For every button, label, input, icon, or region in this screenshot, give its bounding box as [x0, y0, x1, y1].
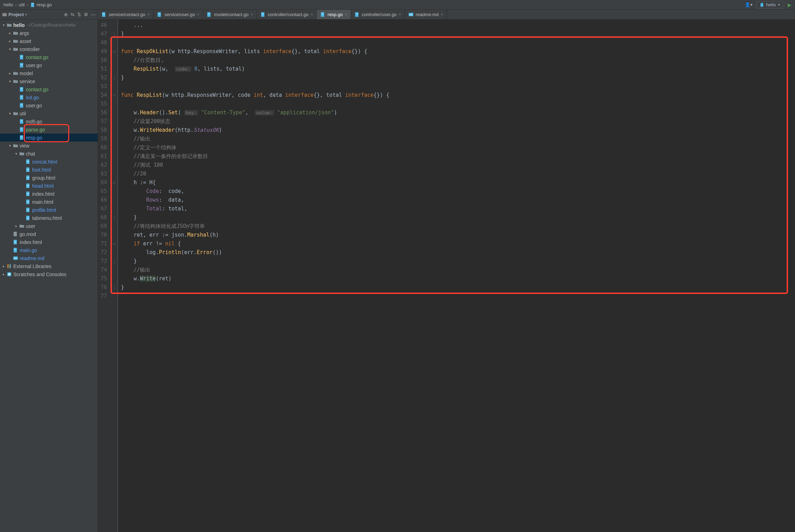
code-line[interactable]: //定义一个结构体: [121, 143, 389, 152]
run-config-selector[interactable]: hello ▾: [756, 1, 784, 8]
editor-tab[interactable]: controller/user.go×: [351, 10, 405, 19]
tree-row[interactable]: contact.go: [0, 85, 98, 93]
fold-marker[interactable]: ⌋: [111, 30, 117, 38]
tree-row[interactable]: Hgroup.html: [0, 174, 98, 182]
code-line[interactable]: [121, 82, 389, 91]
fold-marker[interactable]: [111, 274, 117, 283]
chevron-right-icon[interactable]: ▸: [1, 271, 6, 278]
fold-marker[interactable]: ⌋: [111, 213, 117, 222]
code-line[interactable]: ret, err := json.Marshal(h): [121, 231, 389, 239]
chevron-down-icon[interactable]: ▾: [1, 21, 6, 29]
code-line[interactable]: func RespOkList(w http.ResponseWriter, l…: [121, 47, 389, 56]
chevron-right-icon[interactable]: ▸: [8, 70, 12, 77]
close-icon[interactable]: ×: [311, 12, 313, 16]
code-line[interactable]: [121, 100, 389, 108]
code-line[interactable]: RespList(w, code: 0, lists, total): [121, 65, 389, 73]
code-line[interactable]: }: [121, 73, 389, 82]
target-icon[interactable]: ⊕: [64, 12, 68, 17]
tree-row[interactable]: Hmain.html: [0, 198, 98, 206]
chevron-down-icon[interactable]: ▾: [8, 110, 12, 117]
code-line[interactable]: //分页数目,: [121, 56, 389, 65]
fold-marker[interactable]: [111, 196, 117, 204]
fold-marker[interactable]: ⊟: [111, 239, 117, 248]
project-tree[interactable]: ▾hello~/Code/goRoot/src/hello▸args▸asset…: [0, 20, 98, 532]
fold-marker[interactable]: [111, 38, 117, 47]
fold-marker[interactable]: [111, 117, 117, 126]
tree-row[interactable]: go.mod: [0, 230, 98, 238]
tree-row[interactable]: contact.go: [0, 53, 98, 61]
fold-marker[interactable]: [111, 204, 117, 213]
code-line[interactable]: ...: [121, 21, 389, 30]
tree-row[interactable]: ▾view: [0, 142, 98, 150]
code-line[interactable]: }: [121, 30, 389, 38]
code-content[interactable]: ...} func RespOkList(w http.ResponseWrit…: [117, 20, 389, 532]
code-line[interactable]: //输出: [121, 266, 389, 274]
code-line[interactable]: //20: [121, 170, 389, 178]
close-icon[interactable]: ×: [441, 12, 443, 16]
chevron-right-icon[interactable]: ▸: [14, 222, 18, 230]
fold-marker[interactable]: ⌋: [111, 257, 117, 266]
code-line[interactable]: }: [121, 257, 389, 266]
fold-marker[interactable]: [111, 266, 117, 274]
tree-row[interactable]: Hprofile.html: [0, 206, 98, 214]
fold-marker[interactable]: [111, 152, 117, 161]
fold-marker[interactable]: [111, 65, 117, 73]
hide-icon[interactable]: —: [91, 12, 95, 17]
fold-marker[interactable]: [111, 108, 117, 117]
code-line[interactable]: //满足某一条件的全部记录数目: [121, 152, 389, 161]
adjust-icon[interactable]: ⇅: [77, 12, 81, 17]
tree-row[interactable]: ▸asset: [0, 37, 98, 45]
breadcrumb-root[interactable]: hello: [3, 2, 13, 7]
code-line[interactable]: if err != nil {: [121, 239, 389, 248]
fold-marker[interactable]: ⊟: [111, 91, 117, 100]
code-line[interactable]: //输出: [121, 135, 389, 143]
fold-marker[interactable]: [111, 100, 117, 108]
editor-tab[interactable]: service/user.go×: [153, 10, 203, 19]
close-icon[interactable]: ×: [399, 12, 401, 16]
code-line[interactable]: }: [121, 283, 389, 292]
tree-row[interactable]: ▾util: [0, 109, 98, 117]
fold-marker[interactable]: [111, 82, 117, 91]
fold-gutter[interactable]: ⌋⊟⌋⊟⊟⌋⊟⌋⌋: [111, 20, 117, 532]
editor-tab[interactable]: controller/contact.go×: [257, 10, 317, 19]
code-line[interactable]: func RespList(w http.ResponseWriter, cod…: [121, 91, 389, 100]
tree-row[interactable]: user.go: [0, 101, 98, 109]
fold-marker[interactable]: [111, 143, 117, 152]
tree-row[interactable]: init.go: [0, 93, 98, 101]
fold-marker[interactable]: [111, 222, 117, 231]
breadcrumb-file[interactable]: resp.go: [30, 2, 52, 7]
editor-tab[interactable]: service/contact.go×: [98, 10, 153, 19]
code-line[interactable]: //设置200状态: [121, 117, 389, 126]
project-title[interactable]: Project ▾: [2, 12, 27, 17]
code-line[interactable]: h := H{: [121, 178, 389, 187]
chevron-right-icon[interactable]: ▸: [1, 263, 6, 270]
tree-row[interactable]: ▸args: [0, 29, 98, 37]
tree-row[interactable]: Hhead.html: [0, 182, 98, 190]
fold-marker[interactable]: ⊟: [111, 47, 117, 56]
code-line[interactable]: log.Println(err.Error()): [121, 248, 389, 257]
fold-marker[interactable]: ⌋: [111, 283, 117, 292]
fold-marker[interactable]: ⊟: [111, 178, 117, 187]
collapse-icon[interactable]: ⇆: [71, 12, 74, 17]
code-line[interactable]: [121, 38, 389, 47]
tree-row[interactable]: ▾controller: [0, 45, 98, 53]
chevron-down-icon[interactable]: ▾: [8, 142, 12, 150]
code-line[interactable]: }: [121, 213, 389, 222]
fold-marker[interactable]: [111, 170, 117, 178]
code-line[interactable]: Code: code,: [121, 187, 389, 196]
fold-marker[interactable]: [111, 248, 117, 257]
close-icon[interactable]: ×: [197, 12, 199, 16]
editor-tab[interactable]: model/contact.go×: [203, 10, 257, 19]
code-line[interactable]: //将结构体转化成JSOn字符串: [121, 222, 389, 231]
code-line[interactable]: w.Write(ret): [121, 274, 389, 283]
code-line[interactable]: Rows: data,: [121, 196, 389, 204]
fold-marker[interactable]: [111, 231, 117, 239]
tree-row[interactable]: main.go: [0, 246, 98, 254]
fold-marker[interactable]: ⌋: [111, 73, 117, 82]
chevron-down-icon[interactable]: ▾: [8, 78, 12, 85]
fold-marker[interactable]: [111, 21, 117, 30]
tree-row[interactable]: ▸External Libraries: [0, 262, 98, 270]
tree-row[interactable]: user.go: [0, 61, 98, 69]
avatar-icon[interactable]: 👤▾: [745, 2, 753, 7]
tree-row[interactable]: ▸user: [0, 222, 98, 230]
